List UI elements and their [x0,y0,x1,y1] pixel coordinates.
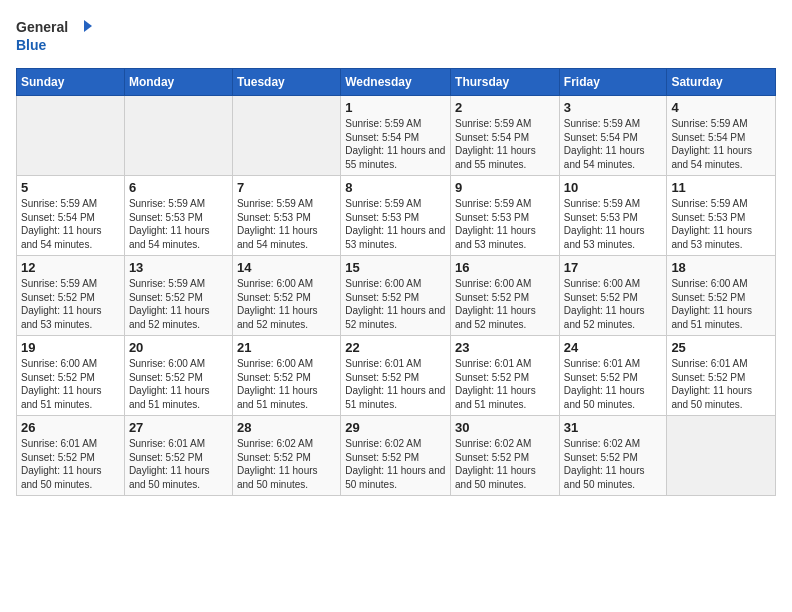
day-info: Sunrise: 6:00 AM Sunset: 5:52 PM Dayligh… [237,357,336,411]
calendar-cell: 13Sunrise: 5:59 AM Sunset: 5:52 PM Dayli… [124,256,232,336]
weekday-header-monday: Monday [124,69,232,96]
calendar-cell: 30Sunrise: 6:02 AM Sunset: 5:52 PM Dayli… [451,416,560,496]
calendar-cell: 31Sunrise: 6:02 AM Sunset: 5:52 PM Dayli… [559,416,667,496]
day-info: Sunrise: 5:59 AM Sunset: 5:53 PM Dayligh… [129,197,228,251]
day-info: Sunrise: 5:59 AM Sunset: 5:54 PM Dayligh… [671,117,771,171]
calendar-cell: 26Sunrise: 6:01 AM Sunset: 5:52 PM Dayli… [17,416,125,496]
calendar-cell: 24Sunrise: 6:01 AM Sunset: 5:52 PM Dayli… [559,336,667,416]
calendar-cell: 14Sunrise: 6:00 AM Sunset: 5:52 PM Dayli… [232,256,340,336]
weekday-header-wednesday: Wednesday [341,69,451,96]
week-row-4: 26Sunrise: 6:01 AM Sunset: 5:52 PM Dayli… [17,416,776,496]
calendar-cell: 15Sunrise: 6:00 AM Sunset: 5:52 PM Dayli… [341,256,451,336]
calendar-cell: 21Sunrise: 6:00 AM Sunset: 5:52 PM Dayli… [232,336,340,416]
day-info: Sunrise: 5:59 AM Sunset: 5:53 PM Dayligh… [671,197,771,251]
day-info: Sunrise: 5:59 AM Sunset: 5:54 PM Dayligh… [455,117,555,171]
calendar-cell: 6Sunrise: 5:59 AM Sunset: 5:53 PM Daylig… [124,176,232,256]
calendar-cell: 17Sunrise: 6:00 AM Sunset: 5:52 PM Dayli… [559,256,667,336]
day-number: 17 [564,260,663,275]
calendar-cell: 12Sunrise: 5:59 AM Sunset: 5:52 PM Dayli… [17,256,125,336]
calendar-cell: 27Sunrise: 6:01 AM Sunset: 5:52 PM Dayli… [124,416,232,496]
weekday-header-thursday: Thursday [451,69,560,96]
day-number: 29 [345,420,446,435]
day-info: Sunrise: 6:02 AM Sunset: 5:52 PM Dayligh… [237,437,336,491]
week-row-0: 1Sunrise: 5:59 AM Sunset: 5:54 PM Daylig… [17,96,776,176]
calendar-cell: 7Sunrise: 5:59 AM Sunset: 5:53 PM Daylig… [232,176,340,256]
day-number: 31 [564,420,663,435]
calendar-cell: 3Sunrise: 5:59 AM Sunset: 5:54 PM Daylig… [559,96,667,176]
day-info: Sunrise: 6:01 AM Sunset: 5:52 PM Dayligh… [564,357,663,411]
day-number: 9 [455,180,555,195]
calendar-cell: 9Sunrise: 5:59 AM Sunset: 5:53 PM Daylig… [451,176,560,256]
calendar-cell: 2Sunrise: 5:59 AM Sunset: 5:54 PM Daylig… [451,96,560,176]
weekday-header-row: SundayMondayTuesdayWednesdayThursdayFrid… [17,69,776,96]
day-number: 30 [455,420,555,435]
calendar-cell [124,96,232,176]
day-number: 27 [129,420,228,435]
day-info: Sunrise: 5:59 AM Sunset: 5:53 PM Dayligh… [455,197,555,251]
calendar-cell: 25Sunrise: 6:01 AM Sunset: 5:52 PM Dayli… [667,336,776,416]
day-info: Sunrise: 6:01 AM Sunset: 5:52 PM Dayligh… [345,357,446,411]
day-number: 5 [21,180,120,195]
day-number: 10 [564,180,663,195]
calendar-cell: 22Sunrise: 6:01 AM Sunset: 5:52 PM Dayli… [341,336,451,416]
weekday-header-sunday: Sunday [17,69,125,96]
day-number: 15 [345,260,446,275]
calendar-table: SundayMondayTuesdayWednesdayThursdayFrid… [16,68,776,496]
day-info: Sunrise: 6:01 AM Sunset: 5:52 PM Dayligh… [21,437,120,491]
day-number: 6 [129,180,228,195]
day-number: 16 [455,260,555,275]
day-info: Sunrise: 5:59 AM Sunset: 5:54 PM Dayligh… [345,117,446,171]
day-info: Sunrise: 6:00 AM Sunset: 5:52 PM Dayligh… [237,277,336,331]
day-number: 14 [237,260,336,275]
header: General Blue [16,16,776,56]
calendar-cell: 5Sunrise: 5:59 AM Sunset: 5:54 PM Daylig… [17,176,125,256]
calendar-cell: 11Sunrise: 5:59 AM Sunset: 5:53 PM Dayli… [667,176,776,256]
calendar-cell: 29Sunrise: 6:02 AM Sunset: 5:52 PM Dayli… [341,416,451,496]
day-info: Sunrise: 5:59 AM Sunset: 5:53 PM Dayligh… [237,197,336,251]
calendar-header: SundayMondayTuesdayWednesdayThursdayFrid… [17,69,776,96]
day-number: 7 [237,180,336,195]
calendar-cell: 20Sunrise: 6:00 AM Sunset: 5:52 PM Dayli… [124,336,232,416]
day-info: Sunrise: 6:00 AM Sunset: 5:52 PM Dayligh… [455,277,555,331]
day-number: 11 [671,180,771,195]
calendar-cell [667,416,776,496]
calendar-cell: 19Sunrise: 6:00 AM Sunset: 5:52 PM Dayli… [17,336,125,416]
day-info: Sunrise: 6:00 AM Sunset: 5:52 PM Dayligh… [671,277,771,331]
calendar-cell: 10Sunrise: 5:59 AM Sunset: 5:53 PM Dayli… [559,176,667,256]
weekday-header-tuesday: Tuesday [232,69,340,96]
calendar-cell: 1Sunrise: 5:59 AM Sunset: 5:54 PM Daylig… [341,96,451,176]
weekday-header-saturday: Saturday [667,69,776,96]
day-info: Sunrise: 5:59 AM Sunset: 5:53 PM Dayligh… [564,197,663,251]
calendar-cell: 8Sunrise: 5:59 AM Sunset: 5:53 PM Daylig… [341,176,451,256]
day-info: Sunrise: 5:59 AM Sunset: 5:52 PM Dayligh… [129,277,228,331]
day-number: 26 [21,420,120,435]
day-info: Sunrise: 6:01 AM Sunset: 5:52 PM Dayligh… [129,437,228,491]
day-number: 25 [671,340,771,355]
calendar-cell: 23Sunrise: 6:01 AM Sunset: 5:52 PM Dayli… [451,336,560,416]
day-info: Sunrise: 5:59 AM Sunset: 5:54 PM Dayligh… [564,117,663,171]
day-info: Sunrise: 6:02 AM Sunset: 5:52 PM Dayligh… [455,437,555,491]
day-number: 22 [345,340,446,355]
day-info: Sunrise: 6:00 AM Sunset: 5:52 PM Dayligh… [129,357,228,411]
calendar-cell: 16Sunrise: 6:00 AM Sunset: 5:52 PM Dayli… [451,256,560,336]
calendar-cell: 4Sunrise: 5:59 AM Sunset: 5:54 PM Daylig… [667,96,776,176]
day-info: Sunrise: 5:59 AM Sunset: 5:52 PM Dayligh… [21,277,120,331]
day-number: 8 [345,180,446,195]
day-info: Sunrise: 5:59 AM Sunset: 5:54 PM Dayligh… [21,197,120,251]
logo: General Blue [16,16,96,56]
weekday-header-friday: Friday [559,69,667,96]
week-row-3: 19Sunrise: 6:00 AM Sunset: 5:52 PM Dayli… [17,336,776,416]
day-number: 24 [564,340,663,355]
calendar-page: General Blue SundayMondayTuesdayWednesda… [0,0,792,512]
logo-svg: General Blue [16,16,96,56]
day-number: 20 [129,340,228,355]
day-info: Sunrise: 6:00 AM Sunset: 5:52 PM Dayligh… [345,277,446,331]
day-number: 19 [21,340,120,355]
day-info: Sunrise: 6:02 AM Sunset: 5:52 PM Dayligh… [564,437,663,491]
calendar-cell: 18Sunrise: 6:00 AM Sunset: 5:52 PM Dayli… [667,256,776,336]
day-number: 2 [455,100,555,115]
day-info: Sunrise: 6:01 AM Sunset: 5:52 PM Dayligh… [455,357,555,411]
day-number: 4 [671,100,771,115]
calendar-cell [232,96,340,176]
day-number: 23 [455,340,555,355]
